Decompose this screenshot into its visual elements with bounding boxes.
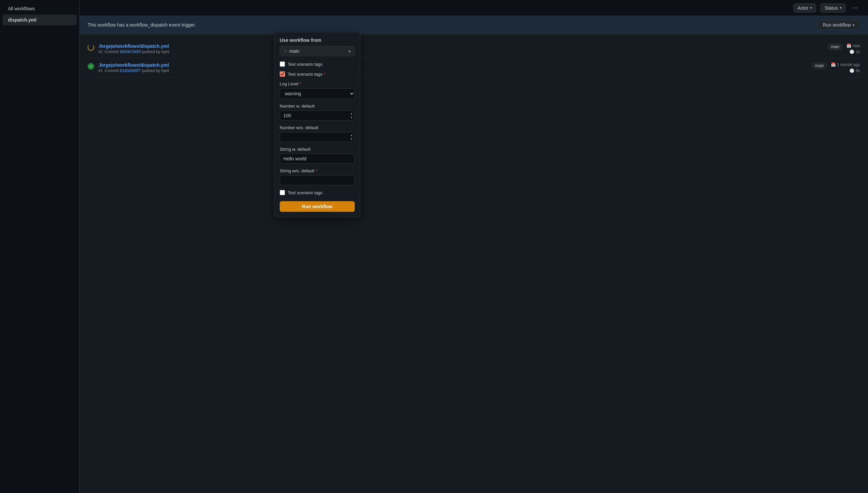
commit-label: ·Commit [104,49,120,54]
page-layout: All workflows dispatch.yml Actor ▾ Statu… [0,0,868,493]
branch-badge: main [828,43,843,50]
run-number: #1 [98,68,103,73]
string-no-default-input[interactable] [280,175,355,185]
checkbox-row-2: Test scenario tags * [280,71,355,77]
number-default-label: Number w. default [280,104,355,109]
checkbox-label-text: Test scenario tags [288,62,322,67]
number-no-default-input[interactable] [280,132,355,142]
commit-label: ·Commit [104,68,120,73]
table-row: .forgejo/workflows/dispatch.yml #2 ·Comm… [88,40,860,59]
run-workflow-banner-button[interactable]: Run workflow ▾ [817,20,860,30]
workflow-title-text: .forgejo/workflows/dispatch.yml [98,43,169,49]
checkbox-row-1: Test scenario tags [280,61,355,67]
pushed-by: April [161,68,169,73]
string-default-group: String w. default [280,147,355,164]
sidebar-item-dispatch-yml[interactable]: dispatch.yml [3,15,76,25]
time-ago-row: 📅 1 minute ago [831,62,860,67]
number-default-input[interactable] [280,110,355,121]
string-default-label-text: String w. default [280,147,311,152]
checkbox-label-1: Test scenario tags [288,62,322,67]
required-star: * [324,72,326,77]
ellipsis-icon: ··· [852,4,858,11]
workflow-title[interactable]: .forgejo/workflows/dispatch.yml [98,62,808,68]
pushed-label: pushed by [142,68,161,73]
checkbox-row-3: Test scenario tags [280,190,355,195]
test-scenario-checkbox-1[interactable] [280,61,285,67]
chevron-down-icon: ▾ [349,49,350,53]
number-spinners: ▲ ▼ [350,112,353,120]
number-spinners: ▲ ▼ [350,133,353,141]
number-no-default-group: Number w/o. default ▲ ▼ [280,125,355,142]
string-no-default-group: String w/o. default * [280,168,355,185]
test-scenario-checkbox-2[interactable] [280,71,285,77]
workflow-info: .forgejo/workflows/dispatch.yml #2 ·Comm… [98,43,824,54]
duration: 9s [856,68,860,73]
commit-id[interactable]: 9b50b7b60f [120,49,141,54]
actor-label: Actor [798,5,808,10]
branch-badge: main [812,62,827,69]
spinner-down[interactable]: ▼ [350,116,353,120]
required-star: * [315,168,317,173]
more-options-button[interactable]: ··· [850,3,860,13]
actor-button[interactable]: Actor ▾ [793,3,817,13]
duration: 1s [856,49,860,54]
workflow-badges: main [812,62,827,69]
workflow-info: .forgejo/workflows/dispatch.yml #1 ·Comm… [98,62,808,73]
run-number: #2 [98,49,103,54]
dropdown-section-title: Use workflow from [280,38,355,43]
string-no-default-label: String w/o. default * [280,168,355,173]
branch-name: main [289,48,299,54]
sidebar: All workflows dispatch.yml [0,0,80,493]
run-workflow-submit-button[interactable]: Run workflow [280,201,355,212]
log-level-label: Log Level * [280,81,355,86]
calendar-icon: 📅 [831,62,836,67]
time-ago-row: 📅 now [846,43,860,48]
run-workflow-banner-label: Run workflow [823,22,851,27]
checkbox-label-3: Test scenario tags [288,190,322,195]
string-default-input[interactable] [280,154,355,164]
chevron-down-icon: ▾ [840,6,842,9]
status-label: Status [825,5,838,10]
time-ago: 1 minute ago [837,62,860,67]
number-no-default-label-text: Number w/o. default [280,125,318,130]
test-scenario-checkbox-3[interactable] [280,190,285,195]
clock-icon: 🕐 [849,68,854,73]
running-icon [88,44,94,51]
status-button[interactable]: Status ▾ [820,3,846,13]
workflow-badges: main [828,43,843,50]
checkbox-label-text: Test scenario tags [288,72,322,77]
log-level-select[interactable]: warning debug info error [280,88,355,99]
sidebar-item-all-workflows[interactable]: All workflows [3,3,76,14]
spinner-up[interactable]: ▲ [350,133,353,137]
top-bar: Actor ▾ Status ▾ ··· [80,0,868,16]
number-default-group: Number w. default ▲ ▼ [280,104,355,121]
pushed-label: pushed by [142,49,161,54]
workflow-meta: #1 ·Commit 81d0d3d5f7 pushed by April [98,68,808,73]
workflow-list: .forgejo/workflows/dispatch.yml #2 ·Comm… [80,34,868,83]
sidebar-item-label: dispatch.yml [8,17,37,23]
pushed-by: April [161,49,169,54]
string-no-default-label-text: String w/o. default [280,168,314,173]
checkbox-label-2: Test scenario tags * [288,72,326,77]
commit-id[interactable]: 81d0d3d5f7 [120,68,141,73]
checkbox-label-text: Test scenario tags [288,190,322,195]
chevron-down-icon: ▾ [810,6,812,9]
string-default-label: String w. default [280,147,355,152]
time-info: 📅 1 minute ago 🕐 9s [831,62,860,73]
branch-selector-button[interactable]: ⑂ main ▾ [280,46,355,56]
chevron-down-icon: ▾ [853,23,854,27]
spinner-up[interactable]: ▲ [350,112,353,115]
main-content: Actor ▾ Status ▾ ··· This workflow has a… [80,0,868,493]
required-star: * [299,81,301,86]
spinner-down[interactable]: ▼ [350,137,353,141]
workflow-meta: #2 ·Commit 9b50b7b60f pushed by April [98,49,824,54]
number-default-label-text: Number w. default [280,104,315,109]
number-no-default-label: Number w/o. default [280,125,355,130]
branch-icon: ⑂ [284,48,287,54]
time-info: 📅 now 🕐 1s [846,43,860,54]
workflow-title[interactable]: .forgejo/workflows/dispatch.yml [98,43,824,49]
success-icon: ✓ [88,63,94,70]
duration-row: 🕐 1s [849,49,860,54]
number-no-default-wrapper: ▲ ▼ [280,132,355,142]
log-level-group: Log Level * warning debug info error [280,81,355,99]
